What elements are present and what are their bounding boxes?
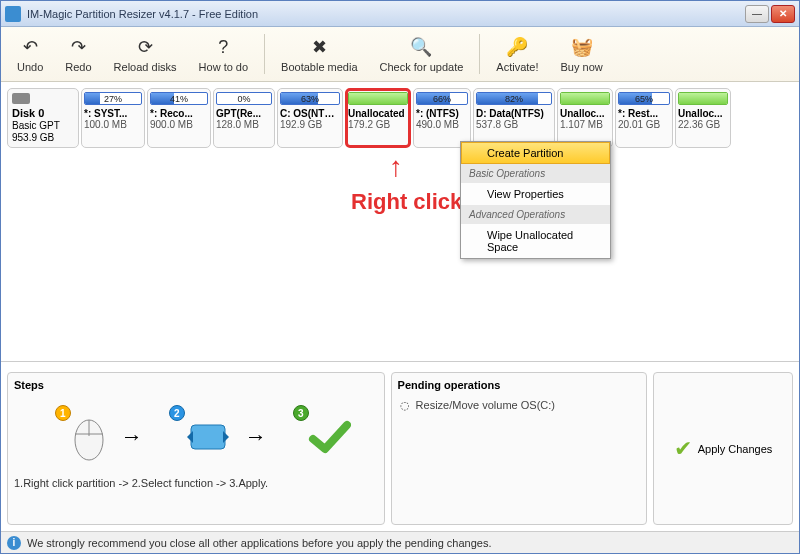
partition-5[interactable]: 66%*: (NTFS)490.0 MB: [413, 88, 471, 148]
partition-3[interactable]: 63%C: OS(NTFS)192.9 GB: [277, 88, 343, 148]
close-button[interactable]: ✕: [771, 5, 795, 23]
context-menu: Create PartitionBasic OperationsView Pro…: [460, 141, 611, 259]
partition-bar: 41%: [150, 92, 208, 105]
apply-label: Apply Changes: [698, 443, 773, 455]
menu-item-view-properties[interactable]: View Properties: [461, 183, 610, 205]
partition-0[interactable]: 27%*: SYST...100.0 MB: [81, 88, 145, 148]
toolbar-bootable-media[interactable]: ✖Bootable media: [271, 33, 367, 75]
partition-size: 20.01 GB: [618, 119, 670, 130]
toolbar-label: Redo: [65, 61, 91, 73]
partition-size: 900.0 MB: [150, 119, 208, 130]
reload-icon: ⟳: [133, 35, 157, 59]
disk-info[interactable]: Disk 0 Basic GPT 953.9 GB: [7, 88, 79, 148]
toolbar-label: Bootable media: [281, 61, 357, 73]
status-bar: i We strongly recommend you close all ot…: [1, 531, 799, 553]
partition-pct: 0%: [217, 93, 271, 105]
partition-name: Unalloc...: [560, 108, 610, 119]
partition-bar: 27%: [84, 92, 142, 105]
toolbar-redo[interactable]: ↷Redo: [55, 33, 101, 75]
arrow-icon: →: [245, 424, 267, 450]
partition-9[interactable]: Unalloc...22.36 GB: [675, 88, 731, 148]
partition-size: 490.0 MB: [416, 119, 468, 130]
disk-icon: [12, 93, 30, 104]
partition-name: *: Rest...: [618, 108, 670, 119]
titlebar: IM-Magic Partition Resizer v4.1.7 - Free…: [1, 1, 799, 27]
apply-button[interactable]: ✔ Apply Changes: [653, 372, 793, 525]
toolbar-activate-[interactable]: 🔑Activate!: [486, 33, 548, 75]
partition-4[interactable]: Unallocated179.2 GB: [345, 88, 411, 148]
toolbar-check-for-update[interactable]: 🔍Check for update: [370, 33, 474, 75]
svg-marker-4: [187, 431, 193, 443]
partition-size: 179.2 GB: [348, 119, 408, 130]
annotation-arrow: ↑: [389, 151, 403, 183]
info-icon: i: [7, 536, 21, 550]
update-icon: 🔍: [409, 35, 433, 59]
partition-pct: 27%: [85, 93, 141, 105]
toolbar-undo[interactable]: ↶Undo: [7, 33, 53, 75]
toolbar-reload-disks[interactable]: ⟳Reload disks: [104, 33, 187, 75]
menu-item-create-partition[interactable]: Create Partition: [461, 142, 610, 164]
partition-bar: 63%: [280, 92, 340, 105]
menu-item-icon: [466, 147, 480, 161]
partition-size: 1.107 MB: [560, 119, 610, 130]
partition-bar: 66%: [416, 92, 468, 105]
partition-size: 192.9 GB: [280, 119, 340, 130]
toolbar-label: Activate!: [496, 61, 538, 73]
partition-6[interactable]: 82%D: Data(NTFS)537.8 GB: [473, 88, 555, 148]
menu-header: Basic Operations: [461, 164, 610, 183]
menu-item-icon: [465, 187, 479, 201]
status-text: We strongly recommend you close all othe…: [27, 537, 492, 549]
partition-pct: 63%: [281, 93, 339, 105]
menu-item-icon: [465, 228, 479, 242]
partition-name: GPT(Re...: [216, 108, 272, 119]
partition-pct: 41%: [151, 93, 207, 105]
partition-pct: 82%: [477, 93, 551, 105]
partition-bar: 0%: [216, 92, 272, 105]
partition-size: 128.0 MB: [216, 119, 272, 130]
partition-bar: [348, 92, 408, 105]
pending-op[interactable]: Resize/Move volume OS(C:): [398, 399, 640, 411]
cart-icon: 🧺: [570, 35, 594, 59]
step-badge-3: 3: [293, 405, 309, 421]
disk-label: Basic GPT: [12, 120, 74, 131]
partition-7[interactable]: Unalloc...1.107 MB: [557, 88, 613, 148]
partition-bar: 82%: [476, 92, 552, 105]
step-badge-2: 2: [169, 405, 185, 421]
partition-size: 537.8 GB: [476, 119, 552, 130]
annotation-text: Right click: [351, 189, 462, 215]
partition-2[interactable]: 0%GPT(Re...128.0 MB: [213, 88, 275, 148]
disk-area: Disk 0 Basic GPT 953.9 GB 27%*: SYST...1…: [1, 82, 799, 362]
toolbar-label: Reload disks: [114, 61, 177, 73]
tools-icon: ✖: [307, 35, 331, 59]
toolbar-how-to-do[interactable]: ?How to do: [189, 33, 259, 75]
partition-name: *: (NTFS): [416, 108, 468, 119]
partition-8[interactable]: 65%*: Rest...20.01 GB: [615, 88, 673, 148]
disk-name: Disk 0: [12, 107, 74, 119]
pending-panel: Pending operations Resize/Move volume OS…: [391, 372, 647, 525]
pending-title: Pending operations: [398, 379, 640, 391]
app-icon: [5, 6, 21, 22]
menu-header: Advanced Operations: [461, 205, 610, 224]
partition-name: Unalloc...: [678, 108, 728, 119]
resize-icon: [183, 417, 233, 457]
check-icon: [307, 417, 351, 457]
toolbar-buy-now[interactable]: 🧺Buy now: [551, 33, 613, 75]
svg-marker-5: [223, 431, 229, 443]
minimize-button[interactable]: —: [745, 5, 769, 23]
partition-name: C: OS(NTFS): [280, 108, 340, 119]
check-icon: ✔: [674, 436, 692, 462]
undo-icon: ↶: [18, 35, 42, 59]
bottom-panels: Steps 1 → 2 → 3 1.Right click partition …: [1, 366, 799, 531]
partition-bar: 65%: [618, 92, 670, 105]
menu-item-wipe-unallocated-space[interactable]: Wipe Unallocated Space: [461, 224, 610, 258]
partition-pct: 66%: [417, 93, 467, 105]
steps-title: Steps: [14, 379, 378, 391]
partition-1[interactable]: 41%*: Reco...900.0 MB: [147, 88, 211, 148]
disk-row: Disk 0 Basic GPT 953.9 GB 27%*: SYST...1…: [7, 88, 793, 148]
step-badge-1: 1: [55, 405, 71, 421]
help-icon: ?: [211, 35, 235, 59]
toolbar-label: Check for update: [380, 61, 464, 73]
window-buttons: — ✕: [745, 5, 795, 23]
toolbar: ↶Undo↷Redo⟳Reload disks?How to do✖Bootab…: [1, 27, 799, 82]
partition-pct: 65%: [619, 93, 669, 105]
